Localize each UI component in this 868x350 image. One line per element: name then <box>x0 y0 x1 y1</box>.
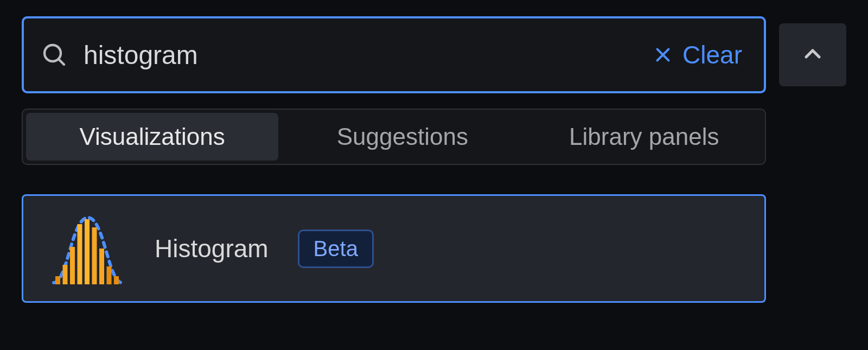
search-input[interactable] <box>82 40 653 71</box>
svg-rect-4 <box>55 276 60 284</box>
svg-rect-10 <box>99 249 104 284</box>
clear-label: Clear <box>682 40 742 69</box>
svg-rect-8 <box>85 219 90 284</box>
tab-library-panels[interactable]: Library panels <box>524 113 765 161</box>
beta-badge: Beta <box>298 230 374 268</box>
tab-visualizations[interactable]: Visualizations <box>26 113 278 161</box>
tab-label: Library panels <box>569 123 719 150</box>
tab-label: Visualizations <box>79 123 225 150</box>
svg-rect-12 <box>114 276 119 284</box>
svg-rect-9 <box>92 227 97 284</box>
tab-suggestions[interactable]: Suggestions <box>282 113 523 161</box>
histogram-icon <box>47 208 129 289</box>
chevron-up-icon <box>800 41 826 69</box>
clear-button[interactable]: Clear <box>653 40 742 69</box>
svg-rect-5 <box>63 265 68 284</box>
svg-rect-6 <box>70 247 75 284</box>
search-icon <box>41 42 67 68</box>
result-title: Histogram <box>155 234 269 263</box>
collapse-button[interactable] <box>779 23 846 86</box>
tab-label: Suggestions <box>337 123 468 150</box>
close-icon <box>653 45 673 65</box>
svg-rect-7 <box>78 224 82 284</box>
result-item-histogram[interactable]: Histogram Beta <box>22 194 766 303</box>
svg-rect-11 <box>107 266 112 284</box>
svg-line-1 <box>59 59 64 65</box>
results-list: Histogram Beta <box>22 194 766 303</box>
view-tabs: Visualizations Suggestions Library panel… <box>22 109 766 165</box>
search-field-wrap: Clear <box>22 16 766 93</box>
